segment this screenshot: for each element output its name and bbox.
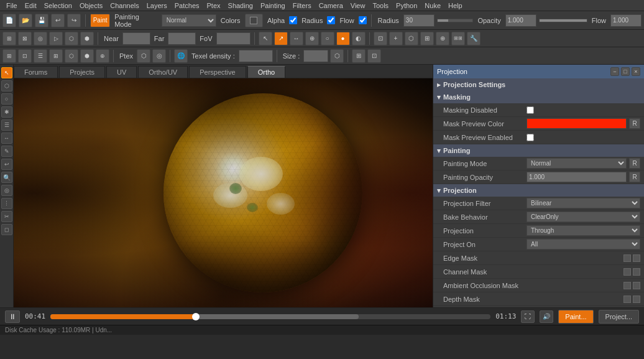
mask-preview-enabled-checkbox[interactable]: [527, 134, 534, 141]
menu-camera[interactable]: Camera: [315, 2, 347, 9]
menu-nuke[interactable]: Nuke: [421, 2, 444, 9]
tool-undo[interactable]: ↩: [1, 159, 12, 170]
masking-header[interactable]: ▾ Masking: [433, 91, 644, 103]
projection-settings-header[interactable]: ▸ Projection Settings: [433, 78, 644, 91]
ao-mask-cb2[interactable]: [633, 282, 640, 289]
cam-btn2[interactable]: ⊠: [18, 32, 32, 45]
tool-asterisk[interactable]: ✱: [1, 106, 12, 118]
action-btn1[interactable]: ⊞: [352, 49, 366, 63]
redo-btn[interactable]: ↪: [67, 14, 81, 27]
menu-filters[interactable]: Filters: [289, 2, 315, 9]
painting-opacity-input[interactable]: 1.000: [527, 172, 627, 182]
menu-help[interactable]: Help: [444, 2, 466, 9]
nav-btn3[interactable]: ↔: [290, 32, 303, 45]
tool-zoom[interactable]: 🔍: [1, 172, 12, 183]
t3-btn5[interactable]: ⬡: [65, 49, 78, 63]
ptex-btn1[interactable]: ⬡: [137, 49, 150, 63]
paint-btn[interactable]: Paint: [90, 14, 110, 27]
project-tab-btn[interactable]: Project...: [599, 310, 639, 324]
volume-btn[interactable]: 🔊: [540, 310, 553, 323]
t3-btn6[interactable]: ⬢: [80, 49, 94, 63]
res-btn6[interactable]: ⊞⊞: [451, 32, 465, 45]
project-on-dropdown[interactable]: All: [527, 239, 640, 249]
t3-btn7[interactable]: ⊕: [96, 49, 109, 63]
panel-close-btn[interactable]: ×: [632, 67, 640, 76]
pause-button[interactable]: ⏸: [5, 310, 20, 323]
size-input[interactable]: [303, 50, 328, 62]
tool-select[interactable]: ↖: [1, 67, 12, 78]
texel-density-input[interactable]: [239, 50, 273, 62]
projection-header[interactable]: ▾ Projection: [433, 184, 644, 197]
ptex-btn2[interactable]: ◎: [152, 49, 166, 63]
painting-mode-select[interactable]: Normal: [162, 14, 216, 27]
nav-btn1[interactable]: ↖: [259, 32, 272, 45]
menu-objects[interactable]: Objects: [76, 2, 106, 9]
paint-tab-btn[interactable]: Paint...: [558, 310, 593, 324]
res-btn1[interactable]: ⊡: [374, 32, 387, 45]
menu-tools[interactable]: Tools: [369, 2, 392, 9]
ao-mask-cb1[interactable]: [623, 282, 631, 289]
mask-color-swatch[interactable]: [527, 118, 627, 129]
nav-btn5[interactable]: ○: [321, 32, 334, 45]
menu-selection[interactable]: Selection: [40, 2, 76, 9]
res-btn3[interactable]: ⬡: [405, 32, 418, 45]
opacity-input[interactable]: 1.000: [505, 14, 536, 27]
res-btn2[interactable]: +: [389, 32, 403, 45]
flow-input[interactable]: 1.000: [610, 14, 642, 27]
menu-view[interactable]: View: [347, 2, 369, 9]
tool-hex[interactable]: ⬡: [1, 80, 12, 91]
timeline-track[interactable]: [50, 314, 490, 319]
edge-mask-cb1[interactable]: [623, 254, 631, 262]
tab-ortho[interactable]: Ortho: [247, 66, 286, 78]
depth-mask-cb2[interactable]: [633, 296, 640, 303]
menu-python[interactable]: Python: [392, 2, 421, 9]
size-btn[interactable]: ⬡: [330, 49, 344, 63]
channel-mask-cb2[interactable]: [633, 268, 640, 276]
world-btn[interactable]: 🌐: [174, 49, 188, 63]
fov-input[interactable]: [216, 32, 251, 45]
far-input[interactable]: [168, 32, 196, 45]
t3-btn3[interactable]: ☰: [34, 49, 47, 63]
projection-type-dropdown[interactable]: Through: [527, 225, 640, 236]
painting-header[interactable]: ▾ Painting: [433, 144, 644, 157]
bake-behavior-dropdown[interactable]: ClearOnly: [527, 212, 640, 222]
timeline-marker[interactable]: [192, 313, 200, 320]
channel-mask-cb1[interactable]: [623, 268, 631, 276]
radius-input[interactable]: 30: [403, 14, 435, 27]
tool-move[interactable]: ↔: [1, 133, 12, 144]
cam-btn3[interactable]: ◎: [34, 32, 47, 45]
menu-layers[interactable]: Layers: [143, 2, 171, 9]
tool-circle[interactable]: ○: [1, 93, 12, 105]
masking-disabled-checkbox[interactable]: [527, 106, 534, 114]
menu-edit[interactable]: Edit: [21, 2, 40, 9]
panel-float-btn[interactable]: □: [621, 67, 630, 76]
projection-filter-dropdown[interactable]: Bilinear: [527, 198, 640, 208]
panel-minimize-btn[interactable]: −: [610, 67, 619, 76]
viewport[interactable]: [14, 78, 433, 307]
tab-orthouv[interactable]: Ortho/UV: [138, 66, 188, 78]
alpha-checkbox[interactable]: [289, 16, 297, 24]
opacity-slider[interactable]: [539, 19, 587, 22]
menu-channels[interactable]: Channels: [106, 2, 142, 9]
edge-mask-cb2[interactable]: [633, 254, 640, 262]
file-open-btn[interactable]: 📂: [19, 14, 32, 27]
res-btn7[interactable]: 🔧: [467, 32, 481, 45]
radius-checkbox[interactable]: [327, 16, 335, 24]
menu-painting[interactable]: Painting: [257, 2, 289, 9]
cam-btn6[interactable]: ⬢: [80, 32, 94, 45]
menu-shading[interactable]: Shading: [224, 2, 257, 9]
action-btn2[interactable]: ⊡: [367, 49, 381, 63]
t3-btn1[interactable]: ⊞: [2, 49, 16, 63]
tool-more[interactable]: ⋮: [1, 198, 12, 209]
tab-forums[interactable]: Forums: [14, 66, 58, 78]
near-input[interactable]: [122, 32, 150, 45]
tab-projects[interactable]: Projects: [59, 66, 105, 78]
res-btn5[interactable]: ⊕: [436, 32, 449, 45]
nav-btn7[interactable]: ◐: [352, 32, 366, 45]
tab-uv[interactable]: UV: [106, 66, 137, 78]
menu-ptex[interactable]: Ptex: [203, 2, 224, 9]
tool-cut[interactable]: ✂: [1, 211, 12, 222]
res-btn4[interactable]: ⊞: [420, 32, 434, 45]
tool-list[interactable]: ☰: [1, 119, 12, 131]
radius-slider[interactable]: [437, 19, 474, 22]
